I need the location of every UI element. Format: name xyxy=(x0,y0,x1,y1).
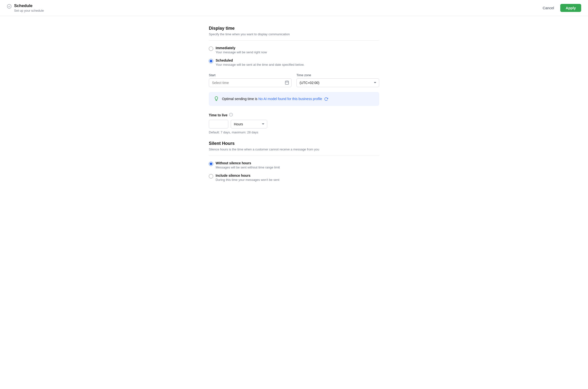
main-content: Display time Specify the time when you w… xyxy=(204,16,384,203)
ttl-label: Time to live xyxy=(209,113,228,117)
without-silence-label: Without silence hours xyxy=(216,161,280,165)
lightbulb-icon xyxy=(214,96,219,102)
display-time-section: Display time Specify the time when you w… xyxy=(209,26,379,106)
ttl-default-text: Default: 7 days, maximum: 28 days xyxy=(209,130,379,134)
ttl-inputs: Hours Days Weeks xyxy=(209,120,379,129)
silent-hours-section: Silent Hours Silence hours is the time w… xyxy=(209,141,379,182)
optimal-banner: Optimal sending time is No AI model foun… xyxy=(209,92,379,106)
ttl-section: Time to live Hours Days Weeks Default: 7… xyxy=(209,113,379,134)
info-icon xyxy=(229,113,233,117)
without-silence-option[interactable]: Without silence hours Messages will be s… xyxy=(209,161,379,169)
refresh-icon xyxy=(324,97,328,101)
timing-radio-group: Immediately Your message will be send ri… xyxy=(209,46,379,66)
include-silence-option[interactable]: Include silence hours During this time y… xyxy=(209,174,379,182)
scheduled-label: Scheduled xyxy=(216,58,304,62)
immediately-desc: Your message will be send right now xyxy=(216,50,267,54)
header-left: Schedule Set up your schedule xyxy=(7,3,44,12)
silent-hours-title: Silent Hours xyxy=(209,141,379,146)
header-actions: Cancel Apply xyxy=(540,4,581,12)
start-label: Start xyxy=(209,73,292,77)
include-silence-radio[interactable] xyxy=(209,174,213,178)
page-subtitle: Set up your schedule xyxy=(14,9,44,12)
optimal-banner-text: Optimal sending time is No AI model foun… xyxy=(222,97,328,101)
ttl-label-row: Time to live xyxy=(209,113,379,117)
start-input-wrapper xyxy=(209,78,292,87)
scheduled-option[interactable]: Scheduled Your message will be sent at t… xyxy=(209,58,379,66)
without-silence-label-group: Without silence hours Messages will be s… xyxy=(216,161,280,169)
immediately-radio[interactable] xyxy=(209,46,213,51)
ttl-number-input[interactable] xyxy=(209,120,228,129)
scheduled-radio[interactable] xyxy=(209,59,213,63)
without-silence-desc: Messages will be sent without time range… xyxy=(216,165,280,169)
silent-radio-group: Without silence hours Messages will be s… xyxy=(209,161,379,182)
header-title-group: Schedule Set up your schedule xyxy=(14,3,44,12)
scheduled-label-group: Scheduled Your message will be sent at t… xyxy=(216,58,304,66)
start-timezone-row: Start Time zone xyxy=(209,73,379,87)
apply-button[interactable]: Apply xyxy=(560,4,581,12)
scheduled-desc: Your message will be sent at the time an… xyxy=(216,63,304,66)
timezone-select[interactable]: (UTC+02:00) (UTC+00:00) (UTC+01:00) (UTC… xyxy=(296,78,379,87)
display-time-title: Display time xyxy=(209,26,379,31)
timezone-label: Time zone xyxy=(296,73,379,77)
include-silence-label-group: Include silence hours During this time y… xyxy=(216,174,279,182)
cancel-button[interactable]: Cancel xyxy=(540,4,557,11)
section-divider xyxy=(209,40,379,41)
immediately-label: Immediately xyxy=(216,46,267,50)
immediately-label-group: Immediately Your message will be send ri… xyxy=(216,46,267,54)
check-circle-icon xyxy=(7,4,12,9)
start-field-group: Start xyxy=(209,73,292,87)
silent-hours-desc: Silence hours is the time when a custome… xyxy=(209,148,379,151)
start-input[interactable] xyxy=(209,78,292,87)
timezone-field-group: Time zone (UTC+02:00) (UTC+00:00) (UTC+0… xyxy=(296,73,379,87)
without-silence-radio[interactable] xyxy=(209,162,213,166)
immediately-option[interactable]: Immediately Your message will be send ri… xyxy=(209,46,379,54)
header: Schedule Set up your schedule Cancel App… xyxy=(0,0,588,16)
silent-divider xyxy=(209,156,379,156)
page-title: Schedule xyxy=(14,3,44,8)
svg-point-0 xyxy=(7,4,11,8)
include-silence-desc: During this time your messages won't be … xyxy=(216,178,279,182)
display-time-desc: Specify the time when you want to displa… xyxy=(209,32,379,36)
ttl-unit-select[interactable]: Hours Days Weeks xyxy=(231,120,267,129)
no-ai-model-link[interactable]: No AI model found for this business prof… xyxy=(258,97,322,101)
include-silence-label: Include silence hours xyxy=(216,174,279,177)
